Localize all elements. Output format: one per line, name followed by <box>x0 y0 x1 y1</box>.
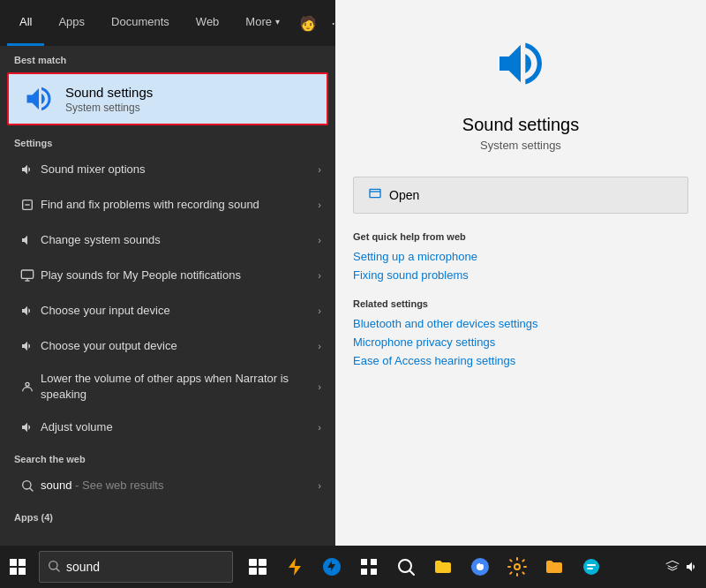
taskbar-search-button-2[interactable] <box>388 549 424 584</box>
svg-rect-10 <box>10 559 17 566</box>
svg-rect-12 <box>10 568 17 575</box>
tab-documents[interactable]: Documents <box>99 0 182 46</box>
best-match-title: Sound settings <box>65 85 153 100</box>
right-hero: Sound settings System settings <box>335 0 706 170</box>
taskbar-search-input[interactable] <box>66 560 216 574</box>
task-view-button[interactable] <box>240 549 275 584</box>
search-web-label: Search the web <box>0 445 335 468</box>
tab-apps[interactable]: Apps <box>46 0 97 46</box>
svg-rect-13 <box>19 568 26 575</box>
svg-rect-11 <box>19 559 26 566</box>
chevron-right-icon-6: › <box>318 341 321 351</box>
svg-rect-2 <box>21 270 33 278</box>
edge-browser-button[interactable] <box>314 549 349 584</box>
svg-point-28 <box>477 563 484 570</box>
cortana-button[interactable] <box>277 549 312 584</box>
sound-mixer-label: Sound mixer options <box>41 162 318 177</box>
quick-help-title: Get quick help from web <box>353 231 688 242</box>
adjust-volume-label: Adjust volume <box>41 419 318 435</box>
network-icon <box>665 560 680 574</box>
lower-volume-label: Lower the volume of other apps when Narr… <box>41 371 318 403</box>
result-change-sounds[interactable]: Change system sounds › <box>0 222 335 258</box>
svg-rect-17 <box>259 559 267 566</box>
chevron-right-icon-3: › <box>318 235 321 245</box>
taskbar-search-icon <box>47 559 61 576</box>
chevron-right-icon-8: › <box>318 422 321 433</box>
taskbar <box>0 546 706 588</box>
result-fix-recording[interactable]: Find and fix problems with recording sou… <box>0 187 335 222</box>
web-search-query: sound <box>41 479 71 492</box>
related-settings-section: Related settings Bluetooth and other dev… <box>335 288 706 373</box>
right-hero-title: Sound settings <box>462 115 579 135</box>
sound-tray-icon <box>685 560 699 574</box>
web-search-text: sound - See web results <box>41 478 318 494</box>
related-link-3[interactable]: Ease of Access hearing settings <box>353 351 688 370</box>
chevron-right-icon-7: › <box>318 381 321 392</box>
person-icon[interactable]: 🧑 <box>296 11 320 35</box>
chevron-right-icon-5: › <box>318 305 321 316</box>
change-sounds-icon <box>14 233 41 247</box>
chevron-right-icon: › <box>318 164 321 175</box>
hero-sound-icon <box>492 35 549 101</box>
svg-line-15 <box>56 569 59 571</box>
svg-rect-19 <box>259 568 267 575</box>
fix-recording-icon <box>14 198 41 212</box>
open-button[interactable]: Open <box>353 177 688 214</box>
left-panel: All Apps Documents Web More ▾ 🧑 ⋯ <box>0 0 335 546</box>
result-output-device[interactable]: Choose your output device › <box>0 328 335 364</box>
result-input-device[interactable]: Choose your input device › <box>0 293 335 328</box>
file-explorer-button[interactable] <box>425 549 461 584</box>
result-sound-mixer[interactable]: Sound mixer options › <box>0 152 335 187</box>
adjust-volume-icon <box>14 420 41 434</box>
tab-more[interactable]: More ▾ <box>233 0 292 46</box>
svg-point-29 <box>514 564 520 569</box>
svg-marker-20 <box>289 558 301 576</box>
svg-rect-24 <box>371 569 377 575</box>
right-panel: Sound settings System settings Open Get … <box>335 0 706 546</box>
svg-rect-22 <box>371 559 377 565</box>
related-link-1[interactable]: Bluetooth and other devices settings <box>353 314 688 333</box>
taskbar-search-box[interactable] <box>39 551 233 583</box>
tab-web[interactable]: Web <box>184 0 232 46</box>
best-match-label: Best match <box>0 46 335 69</box>
best-match-item[interactable]: Sound settings System settings <box>7 72 328 125</box>
result-adjust-volume[interactable]: Adjust volume › <box>0 410 335 445</box>
store-button[interactable] <box>574 549 609 584</box>
chrome-button[interactable] <box>462 549 498 584</box>
quick-help-link-2[interactable]: Fixing sound problems <box>353 266 688 284</box>
windows-button-2[interactable] <box>351 549 387 584</box>
settings-gear-button[interactable] <box>499 549 535 584</box>
right-hero-subtitle: System settings <box>480 139 561 152</box>
chevron-right-icon-9: › <box>318 480 321 491</box>
result-lower-volume[interactable]: Lower the volume of other apps when Narr… <box>0 364 335 410</box>
sound-mixer-icon <box>14 162 41 177</box>
output-device-icon <box>14 339 41 353</box>
taskbar-app-icons <box>240 549 609 584</box>
tab-all[interactable]: All <box>7 0 44 46</box>
web-search-suffix: - See web results <box>75 479 163 492</box>
open-window-icon <box>368 186 382 204</box>
change-sounds-label: Change system sounds <box>41 232 318 248</box>
svg-line-26 <box>410 571 415 576</box>
quick-help-section: Get quick help from web Setting up a mic… <box>335 221 706 288</box>
folder-button[interactable] <box>537 549 572 584</box>
svg-point-5 <box>26 383 29 387</box>
svg-rect-21 <box>361 559 367 565</box>
svg-rect-18 <box>249 568 257 575</box>
chevron-right-icon-2: › <box>318 200 321 210</box>
related-link-2[interactable]: Microphone privacy settings <box>353 333 688 351</box>
svg-point-30 <box>583 559 599 575</box>
taskbar-right-area <box>665 560 706 574</box>
chevron-down-icon: ▾ <box>275 17 280 26</box>
quick-help-link-1[interactable]: Setting up a microphone <box>353 247 688 266</box>
result-web-search[interactable]: sound - See web results › <box>0 468 335 503</box>
search-overlay: All Apps Documents Web More ▾ 🧑 ⋯ <box>0 0 706 546</box>
windows-start-button[interactable] <box>0 549 35 584</box>
svg-rect-23 <box>361 569 367 575</box>
settings-section-label: Settings <box>0 129 335 152</box>
svg-rect-8 <box>370 189 380 197</box>
system-tray <box>665 560 699 574</box>
result-play-sounds[interactable]: Play sounds for My People notifications … <box>0 258 335 293</box>
svg-rect-16 <box>249 559 257 566</box>
narrator-icon <box>14 380 41 394</box>
